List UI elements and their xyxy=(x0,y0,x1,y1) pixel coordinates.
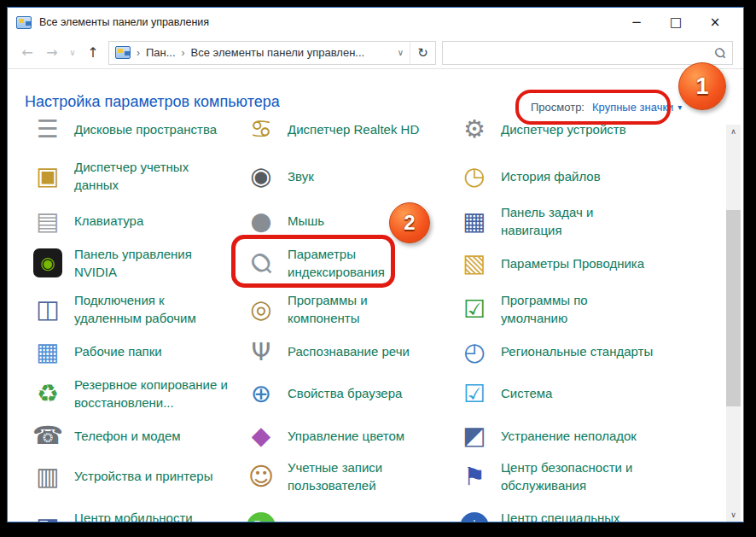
recent-pages-button[interactable]: ∨ xyxy=(67,48,78,57)
mouse-icon: ● xyxy=(245,205,277,237)
items-row: ◫Подключения к удаленным рабочим◎Програм… xyxy=(25,285,724,332)
window-controls: − □ × xyxy=(617,9,735,35)
default-programs-icon: ☑ xyxy=(458,293,491,325)
item-label: Учетные записи пользователей xyxy=(288,458,458,494)
back-button[interactable]: ← xyxy=(18,44,37,61)
annotation-highlight-indexing-options xyxy=(231,235,395,288)
item-work-folders[interactable]: ▦Рабочие папки xyxy=(32,332,245,371)
nvidia-icon: ◉ xyxy=(33,248,62,277)
taskbar-navigation-icon: ▦ xyxy=(458,205,491,237)
item-mobility-center[interactable]: ◨Центр мобильности Windows xyxy=(32,497,245,522)
item-default-programs[interactable]: ☑Программы по умолчанию xyxy=(458,285,672,332)
item-color-management[interactable]: ◆Управление цветом xyxy=(245,416,458,455)
sync-center-icon: ↻ xyxy=(247,512,276,522)
item-label: Устранение неполадок xyxy=(501,427,672,445)
sound-icon: ◉ xyxy=(245,160,277,192)
item-remote-desktop[interactable]: ◫Подключения к удаленным рабочим xyxy=(32,285,245,332)
user-accounts-icon: ☺ xyxy=(245,460,277,493)
close-button[interactable]: × xyxy=(695,9,735,35)
items-row: ☎Телефон и модем◆Управление цветом◩Устра… xyxy=(25,416,724,455)
item-file-history[interactable]: ◷История файлов xyxy=(458,151,672,201)
item-label: Распознавание речи xyxy=(288,342,458,360)
item-sync-center[interactable]: ↻Центр синхронизации xyxy=(245,497,458,522)
item-keyboard[interactable]: ▤Клавиатура xyxy=(32,201,245,241)
scroll-up-icon[interactable]: ∧ xyxy=(726,125,741,138)
item-label: Телефон и модем xyxy=(74,427,245,445)
title-bar: Все элементы панели управления − □ × xyxy=(8,8,743,37)
address-bar[interactable]: › Пан... › Все элементы панели управлен.… xyxy=(109,42,410,64)
refresh-button[interactable]: ↻ xyxy=(410,42,435,64)
item-taskbar-navigation[interactable]: ▦Панель задач и навигация xyxy=(458,201,672,241)
file-history-icon: ◷ xyxy=(458,160,491,192)
item-internet-options[interactable]: ⊕Свойства браузера xyxy=(245,371,458,416)
items-row: ♻Резервное копирование и восстановлени..… xyxy=(25,371,724,416)
color-management-icon: ◆ xyxy=(245,419,277,452)
item-sound[interactable]: ◉Звук xyxy=(245,151,458,201)
mobility-center-icon: ◨ xyxy=(32,511,64,522)
system-icon: ☑ xyxy=(458,377,491,410)
item-storage-spaces[interactable]: ☰Дисковые пространства xyxy=(32,119,245,151)
minimize-button[interactable]: − xyxy=(617,9,656,35)
forward-button[interactable]: → xyxy=(43,44,61,61)
items-viewport: ☰Дисковые пространства♋Диспетчер Realtek… xyxy=(25,119,724,522)
item-troubleshooting[interactable]: ◩Устранение неполадок xyxy=(458,416,672,455)
item-system[interactable]: ☑Система xyxy=(458,371,672,416)
item-label: Устройства и принтеры xyxy=(74,467,245,485)
item-ease-of-access[interactable]: ✳Центр специальных возможностей xyxy=(458,497,672,522)
item-label: Рабочие папки xyxy=(74,342,245,360)
search-input[interactable] xyxy=(450,46,715,59)
item-label: Центр специальных возможностей xyxy=(501,509,672,522)
item-backup-restore[interactable]: ♻Резервное копирование и восстановлени..… xyxy=(32,371,245,416)
control-panel-app-icon xyxy=(16,16,32,29)
vertical-scrollbar[interactable]: ∧ ∨ xyxy=(726,125,741,522)
item-nvidia[interactable]: ◉Панель управления NVIDIA xyxy=(32,241,245,285)
breadcrumb-segment-panel[interactable]: Пан... xyxy=(146,46,176,59)
item-label: Звук xyxy=(288,167,458,185)
item-label: Центр мобильности Windows xyxy=(74,509,245,522)
item-devices-printers[interactable]: ▥Устройства и принтеры xyxy=(32,455,245,497)
remote-desktop-icon: ◫ xyxy=(32,293,64,325)
items-row: ▦Рабочие папкиΨРаспознавание речи◴Регион… xyxy=(25,332,724,371)
programs-features-icon: ◎ xyxy=(245,293,277,325)
item-programs-features[interactable]: ◎Программы и компоненты xyxy=(245,285,458,332)
breadcrumb-app-icon xyxy=(115,46,131,59)
item-label: Центр синхронизации xyxy=(288,518,458,523)
window-title: Все элементы панели управления xyxy=(39,16,209,28)
item-label: Программы и компоненты xyxy=(288,291,458,327)
item-label: Управление цветом xyxy=(288,427,458,445)
item-label: Мышь xyxy=(288,212,458,230)
item-credential-manager[interactable]: ▣Диспетчер учетных данных xyxy=(32,151,245,201)
item-explorer-options[interactable]: ▧Параметры Проводника xyxy=(458,241,672,285)
items-row: ◨Центр мобильности Windows↻Центр синхрон… xyxy=(25,497,724,522)
control-panel-window: Все элементы панели управления − □ × ← →… xyxy=(7,7,744,522)
storage-spaces-icon: ☰ xyxy=(32,119,64,145)
item-label: Панель задач и навигация xyxy=(501,203,672,239)
breadcrumb-segment-all-items[interactable]: Все элементы панели управлен... xyxy=(191,46,365,59)
up-button[interactable]: ↑ xyxy=(84,44,102,61)
address-dropdown-icon[interactable]: ∨ xyxy=(398,48,404,57)
items-row: ▥Устройства и принтеры☺Учетные записи по… xyxy=(25,455,724,497)
item-label: Панель управления NVIDIA xyxy=(74,245,245,281)
scroll-down-icon[interactable]: ∨ xyxy=(726,508,741,522)
security-maintenance-icon: ⚑ xyxy=(458,460,491,493)
item-speech-recognition[interactable]: ΨРаспознавание речи xyxy=(245,332,458,371)
navigation-toolbar: ← → ∨ ↑ › Пан... › Все элементы панели у… xyxy=(8,37,743,69)
view-dropdown-arrow-icon: ▾ xyxy=(677,102,682,112)
item-realtek-hd[interactable]: ♋Диспетчер Realtek HD xyxy=(245,119,458,151)
item-region[interactable]: ◴Региональные стандарты xyxy=(458,332,672,371)
work-folders-icon: ▦ xyxy=(32,336,64,368)
item-security-maintenance[interactable]: ⚑Центр безопасности и обслуживания xyxy=(458,455,672,497)
search-box[interactable]: Ϙ xyxy=(442,41,733,65)
item-label: Свойства браузера xyxy=(288,384,458,402)
item-user-accounts[interactable]: ☺Учетные записи пользователей xyxy=(245,455,458,497)
item-label: Диспетчер Realtek HD xyxy=(288,120,458,138)
items-grid: ☰Дисковые пространства♋Диспетчер Realtek… xyxy=(25,119,724,522)
item-phone-modem[interactable]: ☎Телефон и модем xyxy=(32,416,245,455)
keyboard-icon: ▤ xyxy=(32,205,64,237)
maximize-button[interactable]: □ xyxy=(656,9,695,35)
item-label: Резервное копирование и восстановлени... xyxy=(74,376,245,412)
annotation-step-2-badge: 2 xyxy=(389,202,430,243)
scrollbar-thumb[interactable] xyxy=(726,210,741,406)
speech-recognition-icon: Ψ xyxy=(245,336,277,368)
address-bar-group: › Пан... › Все элементы панели управлен.… xyxy=(108,41,436,65)
